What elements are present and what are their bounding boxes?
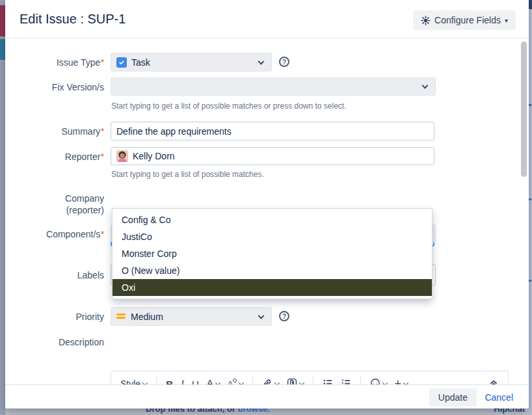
- emoji-button[interactable]: [367, 377, 390, 385]
- chevron-down-icon: [258, 58, 265, 64]
- priority-medium-icon: [116, 313, 126, 320]
- toolbar-divider: [313, 377, 313, 384]
- toolbar-divider: [360, 377, 361, 384]
- required-marker: *: [101, 152, 104, 161]
- dialog-title: Edit Issue : SUP-1: [20, 12, 126, 27]
- drop-files-label: Drop files to attach, or: [146, 408, 235, 414]
- background-logo-fragment: [0, 5, 5, 36]
- company-reporter-label: Company (reporter): [12, 193, 104, 216]
- editor-toolbar: Style B I U A A: [111, 371, 508, 384]
- dialog-scrollbar[interactable]: [521, 42, 527, 177]
- reporter-input[interactable]: Kelly Dorn: [111, 147, 434, 165]
- style-dropdown[interactable]: Style: [118, 377, 150, 384]
- priority-label: Priority: [12, 311, 104, 323]
- reporter-label: Reporter*: [12, 151, 104, 163]
- gear-icon: [421, 16, 431, 25]
- numbered-list-icon: [341, 378, 351, 385]
- chevron-down-icon: [258, 312, 265, 319]
- background-text-fragment: [529, 198, 531, 200]
- dropdown-option[interactable]: JustiCo: [113, 228, 432, 245]
- background-page-bottom-strip: Drop files to attach, or browse. Hipchat: [5, 408, 529, 415]
- summary-input[interactable]: Define the app requirements: [111, 122, 434, 141]
- dropdown-option[interactable]: Config & Co: [113, 211, 432, 228]
- insert-more-button[interactable]: +: [392, 378, 411, 384]
- bullet-list-button[interactable]: [320, 377, 336, 385]
- dropdown-option[interactable]: Monster Corp: [113, 245, 432, 262]
- chevron-down-icon: [382, 380, 387, 384]
- toolbar-divider: [156, 377, 157, 384]
- issue-type-help-icon[interactable]: ?: [279, 57, 289, 67]
- fix-versions-label: Fix Version/s: [12, 81, 104, 93]
- double-chevron-up-icon: [488, 378, 499, 385]
- priority-select[interactable]: Medium: [111, 307, 272, 326]
- cancel-link[interactable]: Cancel: [485, 392, 513, 403]
- dialog-header: Edit Issue : SUP-1 Configure Fields ▾: [5, 0, 529, 38]
- background-text-fragment: [529, 104, 531, 106]
- caret-down-icon: ▾: [505, 17, 508, 24]
- required-marker: *: [101, 127, 104, 136]
- dropdown-option-highlighted[interactable]: Oxi: [113, 279, 432, 296]
- bold-button[interactable]: B: [163, 377, 176, 385]
- priority-value: Medium: [131, 312, 163, 322]
- hipchat-fragment: Hipchat: [494, 408, 525, 414]
- task-type-icon: [116, 57, 127, 68]
- required-marker: *: [101, 58, 104, 67]
- fix-versions-select[interactable]: [111, 77, 436, 96]
- labels-label: Labels: [12, 269, 104, 281]
- chevron-down-icon: [422, 83, 429, 89]
- bullet-list-icon: [323, 378, 333, 385]
- issue-type-value: Task: [131, 57, 150, 68]
- issue-type-select[interactable]: Task: [111, 53, 272, 72]
- underline-button[interactable]: U: [189, 377, 202, 385]
- link-icon: [262, 378, 273, 385]
- emoji-icon: [370, 378, 380, 385]
- summary-label: Summary*: [12, 126, 104, 137]
- required-marker: *: [101, 230, 104, 239]
- background-sidebar-fragment: [0, 39, 5, 60]
- chevron-down-icon: [238, 380, 243, 384]
- toolbar-divider: [252, 377, 253, 384]
- link-button[interactable]: [259, 377, 282, 385]
- summary-value: Define the app requirements: [116, 126, 232, 137]
- chevron-down-icon: [299, 380, 304, 384]
- text-color-button[interactable]: A: [204, 377, 222, 384]
- configure-fields-button[interactable]: Configure Fields ▾: [413, 10, 516, 30]
- reporter-avatar: [116, 150, 128, 162]
- background-page-left-sliver: [0, 0, 5, 415]
- chevron-down-icon: [142, 380, 148, 384]
- attachment-button[interactable]: [284, 377, 306, 385]
- italic-button[interactable]: I: [178, 377, 187, 385]
- dropdown-option[interactable]: O (New value): [113, 262, 432, 279]
- company-dropdown-list: Config & Co JustiCo Monster Corp O (New …: [112, 208, 432, 299]
- reporter-helper-text: Start typing to get a list of possible m…: [111, 170, 264, 179]
- issue-type-label: Issue Type*: [12, 57, 104, 68]
- description-editor: Style B I U A A: [111, 371, 509, 384]
- text-effects-button[interactable]: A: [225, 378, 246, 385]
- drop-files-text: Drop files to attach, or browse.: [146, 408, 270, 414]
- configure-fields-label: Configure Fields: [434, 15, 501, 25]
- numbered-list-button[interactable]: [338, 377, 354, 385]
- paperclip-icon: [287, 378, 297, 385]
- background-text-fragment: [529, 280, 531, 282]
- description-label: Description: [12, 336, 104, 348]
- browse-link[interactable]: browse.: [238, 408, 270, 414]
- update-button[interactable]: Update: [429, 388, 477, 407]
- dialog-footer: Update Cancel: [5, 384, 529, 408]
- fix-versions-helper-text: Start typing to get a list of possible m…: [111, 101, 347, 111]
- chevron-down-icon: [403, 380, 408, 384]
- collapse-toolbar-button[interactable]: [486, 377, 501, 385]
- edit-issue-dialog: Edit Issue : SUP-1 Configure Fields ▾ Is…: [5, 0, 529, 408]
- components-label: Component/s*: [12, 228, 104, 240]
- priority-help-icon[interactable]: ?: [279, 311, 289, 321]
- chevron-down-icon: [215, 380, 220, 384]
- dialog-body: Issue Type* Task ? Fix Version/s Start t…: [5, 39, 529, 384]
- reporter-value: Kelly Dorn: [133, 151, 175, 161]
- chevron-down-icon: [274, 380, 279, 384]
